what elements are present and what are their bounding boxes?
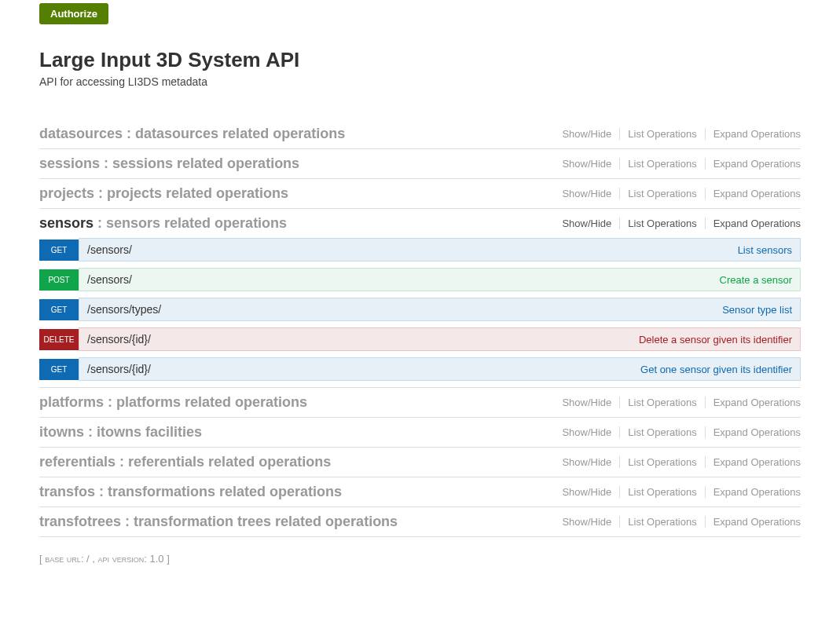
section-itowns: itowns : itowns facilitiesShow/HideList … xyxy=(39,418,801,448)
operation-summary: Create a sensor xyxy=(720,274,793,286)
section-projects: projects : projects related operationsSh… xyxy=(39,179,801,209)
http-method-badge: get xyxy=(39,240,79,261)
section-desc: : sensors related operations xyxy=(94,215,287,231)
operation-row[interactable]: post/sensors/Create a sensor xyxy=(39,268,801,291)
section-tag: datasources xyxy=(39,126,123,141)
section-tag: sensors xyxy=(39,215,94,231)
api-version-label: api version xyxy=(98,553,145,565)
operation-path: /sensors/ xyxy=(87,243,132,256)
operation-summary: List sensors xyxy=(738,244,792,256)
api-description: API for accessing LI3DS metadata xyxy=(39,75,801,88)
section-sessions: sessions : sessions related operationsSh… xyxy=(39,149,801,179)
http-method-badge: get xyxy=(39,299,79,320)
show-hide-link[interactable]: Show/Hide xyxy=(554,456,620,468)
show-hide-link[interactable]: Show/Hide xyxy=(554,486,620,498)
show-hide-link[interactable]: Show/Hide xyxy=(554,218,620,229)
show-hide-link[interactable]: Show/Hide xyxy=(554,188,620,199)
operation-path: /sensors/{id}/ xyxy=(87,333,151,346)
expand-ops-link[interactable]: Expand Operations xyxy=(706,158,801,170)
section-tag: itowns xyxy=(39,424,84,440)
expand-ops-link[interactable]: Expand Operations xyxy=(706,218,801,229)
section-desc: : transformations related operations xyxy=(95,484,342,499)
show-hide-link[interactable]: Show/Hide xyxy=(554,516,620,528)
list-ops-link[interactable]: List Operations xyxy=(620,128,705,140)
section-desc: : projects related operations xyxy=(94,185,288,201)
section-title-sessions[interactable]: sessions : sessions related operations xyxy=(39,155,299,172)
list-ops-link[interactable]: List Operations xyxy=(620,218,705,229)
section-title-referentials[interactable]: referentials : referentials related oper… xyxy=(39,454,331,470)
section-tag: transfotrees xyxy=(39,514,121,529)
operation-row[interactable]: get/sensors/List sensors xyxy=(39,238,801,261)
section-tag: referentials xyxy=(39,454,116,470)
section-title-platforms[interactable]: platforms : platforms related operations xyxy=(39,394,307,411)
section-transfotrees: transfotrees : transformation trees rela… xyxy=(39,507,801,537)
section-title-projects[interactable]: projects : projects related operations xyxy=(39,185,288,202)
base-url-value: / xyxy=(86,553,90,565)
section-tag: transfos xyxy=(39,484,95,499)
operation-summary: Sensor type list xyxy=(722,304,792,316)
operation-path: /sensors/ xyxy=(87,273,132,286)
list-ops-link[interactable]: List Operations xyxy=(620,397,705,408)
operation-row[interactable]: delete/sensors/{id}/Delete a sensor give… xyxy=(39,327,801,351)
section-desc: : platforms related operations xyxy=(104,394,307,410)
section-title-transfotrees[interactable]: transfotrees : transformation trees rela… xyxy=(39,514,398,530)
list-ops-link[interactable]: List Operations xyxy=(620,188,705,199)
authorize-button[interactable]: Authorize xyxy=(39,3,108,24)
expand-ops-link[interactable]: Expand Operations xyxy=(706,516,801,528)
expand-ops-link[interactable]: Expand Operations xyxy=(706,188,801,199)
section-transfos: transfos : transformations related opera… xyxy=(39,477,801,507)
section-desc: : referentials related operations xyxy=(116,454,331,470)
section-desc: : transformation trees related operation… xyxy=(121,514,398,529)
section-desc: : sessions related operations xyxy=(100,155,299,171)
show-hide-link[interactable]: Show/Hide xyxy=(554,158,620,170)
section-title-itowns[interactable]: itowns : itowns facilities xyxy=(39,424,202,441)
operation-row[interactable]: get/sensors/{id}/Get one sensor given it… xyxy=(39,357,801,381)
http-method-badge: get xyxy=(39,359,79,380)
operation-summary: Delete a sensor given its identifier xyxy=(639,334,792,346)
show-hide-link[interactable]: Show/Hide xyxy=(554,397,620,408)
http-method-badge: delete xyxy=(39,329,79,350)
section-tag: sessions xyxy=(39,155,100,171)
section-title-datasources[interactable]: datasources : datasources related operat… xyxy=(39,126,345,142)
list-ops-link[interactable]: List Operations xyxy=(620,158,705,170)
section-sensors: sensors : sensors related operationsShow… xyxy=(39,209,801,388)
operation-path: /sensors/{id}/ xyxy=(87,363,151,375)
section-title-transfos[interactable]: transfos : transformations related opera… xyxy=(39,484,342,500)
expand-ops-link[interactable]: Expand Operations xyxy=(706,426,801,438)
http-method-badge: post xyxy=(39,269,79,291)
list-ops-link[interactable]: List Operations xyxy=(620,486,705,498)
expand-ops-link[interactable]: Expand Operations xyxy=(706,397,801,408)
section-tag: projects xyxy=(39,185,94,201)
section-referentials: referentials : referentials related oper… xyxy=(39,448,801,477)
operation-row[interactable]: get/sensors/types/Sensor type list xyxy=(39,298,801,321)
section-desc: : datasources related operations xyxy=(123,126,345,141)
section-platforms: platforms : platforms related operations… xyxy=(39,388,801,418)
api-title: Large Input 3D System API xyxy=(39,48,801,72)
section-datasources: datasources : datasources related operat… xyxy=(39,119,801,149)
expand-ops-link[interactable]: Expand Operations xyxy=(706,128,801,140)
show-hide-link[interactable]: Show/Hide xyxy=(554,426,620,438)
section-desc: : itowns facilities xyxy=(84,424,202,440)
list-ops-link[interactable]: List Operations xyxy=(620,456,705,468)
operation-path: /sensors/types/ xyxy=(87,303,161,316)
operation-summary: Get one sensor given its identifier xyxy=(640,364,792,375)
api-version-value: 1.0 xyxy=(149,553,163,565)
list-ops-link[interactable]: List Operations xyxy=(620,426,705,438)
api-footer: [ base url: / , api version: 1.0 ] xyxy=(39,553,801,565)
list-ops-link[interactable]: List Operations xyxy=(620,516,705,528)
expand-ops-link[interactable]: Expand Operations xyxy=(706,486,801,498)
expand-ops-link[interactable]: Expand Operations xyxy=(706,456,801,468)
base-url-label: base url xyxy=(45,553,81,565)
section-tag: platforms xyxy=(39,394,104,410)
show-hide-link[interactable]: Show/Hide xyxy=(554,128,620,140)
section-title-sensors[interactable]: sensors : sensors related operations xyxy=(39,215,287,232)
